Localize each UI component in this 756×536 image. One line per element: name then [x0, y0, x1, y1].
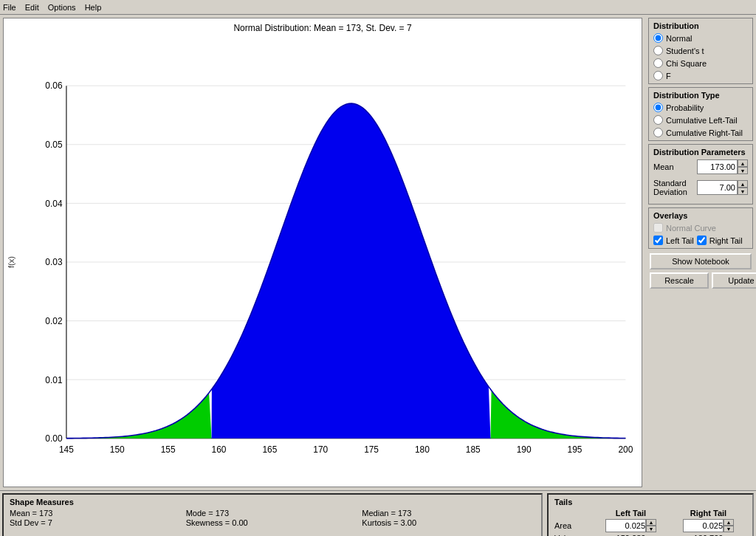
shape-measures-title: Shape Measures [10, 498, 535, 506]
chart-area: Normal Distribution: Mean = 173, St. Dev… [3, 18, 642, 487]
svg-text:185: 185 [466, 444, 481, 455]
distribution-chisquare-option[interactable]: Chi Square [653, 58, 748, 68]
mean-row: Mean ▲ ▼ [653, 159, 748, 174]
right-area-input[interactable] [683, 519, 724, 532]
svg-text:160: 160 [212, 444, 227, 455]
svg-text:0.05: 0.05 [45, 140, 63, 150]
distribution-type-section: Distribution Type Probability Cumulative… [648, 87, 753, 141]
distribution-chisquare-radio[interactable] [653, 58, 663, 68]
normal-curve-checkbox [653, 223, 663, 233]
content-wrapper: Normal Distribution: Mean = 173, St. Dev… [0, 15, 756, 536]
type-cumright-radio[interactable] [653, 128, 663, 137]
std-down-btn[interactable]: ▼ [738, 188, 748, 195]
normal-curve-option[interactable]: Normal Curve [653, 223, 748, 233]
mode-value: Mode = 173 [186, 509, 360, 518]
tails-panel: Tails Left Tail Right Tail Area ▲ ▼ [547, 493, 754, 536]
mean-up-btn[interactable]: ▲ [738, 159, 748, 167]
distribution-normal-radio[interactable] [653, 33, 663, 43]
kurtosis-value: Kurtosis = 3.00 [362, 518, 535, 527]
std-up-btn[interactable]: ▲ [738, 180, 748, 188]
left-area-down[interactable]: ▼ [646, 526, 656, 532]
menubar: File Edit Options Help [0, 0, 756, 15]
menu-help[interactable]: Help [85, 3, 102, 12]
distribution-f-option[interactable]: F [653, 71, 748, 80]
mean-input[interactable] [697, 159, 738, 174]
overlays-section: Overlays Normal Curve Left Tail Right Ta… [648, 207, 753, 249]
shape-measures-panel: Shape Measures Mean = 173 Mode = 173 Med… [2, 493, 543, 536]
mean-label: Mean [653, 162, 674, 171]
mean-value: Mean = 173 [10, 509, 183, 518]
stddev-value: Std Dev = 7 [10, 518, 183, 527]
right-tail-checkbox[interactable] [697, 236, 707, 245]
svg-text:190: 190 [517, 444, 532, 455]
right-panel: Distribution Normal Student's t Chi Squa… [645, 15, 756, 490]
type-cumleft-label: Cumulative Left-Tail [666, 116, 738, 125]
tails-grid: Left Tail Right Tail Area ▲ ▼ ▲ ▼ [554, 509, 746, 536]
action-buttons: Show Notebook Rescale Update [648, 252, 753, 290]
mean-spinner: ▲ ▼ [738, 159, 748, 174]
y-axis-label: f(x) [4, 38, 18, 487]
type-cumright-option[interactable]: Cumulative Right-Tail [653, 128, 748, 137]
left-area-up[interactable]: ▲ [646, 519, 656, 526]
svg-text:195: 195 [568, 444, 583, 455]
right-tail-option[interactable]: Right Tail [697, 236, 743, 245]
menu-edit[interactable]: Edit [25, 3, 39, 12]
mean-input-group: ▲ ▼ [697, 159, 748, 174]
std-input-group: ▲ ▼ [697, 180, 748, 195]
type-probability-radio[interactable] [653, 103, 663, 112]
chart-wrapper: f(x) 0.000.010.020.030.040.050.061451501… [4, 38, 642, 487]
svg-text:0.04: 0.04 [45, 199, 63, 209]
rescale-button[interactable]: Rescale [650, 272, 709, 289]
distribution-studentt-label: Student's t [666, 47, 704, 55]
svg-text:155: 155 [161, 444, 176, 455]
chart-and-right: Normal Distribution: Mean = 173, St. Dev… [0, 15, 756, 490]
distribution-f-label: F [666, 72, 671, 80]
area-label: Area [554, 521, 591, 530]
distribution-params-title: Distribution Parameters [653, 148, 748, 157]
type-probability-option[interactable]: Probability [653, 103, 748, 112]
menu-file[interactable]: File [3, 3, 16, 12]
left-area-group: ▲ ▼ [593, 519, 669, 532]
type-probability-label: Probability [666, 103, 704, 112]
svg-text:175: 175 [364, 444, 379, 455]
type-cumleft-option[interactable]: Cumulative Left-Tail [653, 115, 748, 125]
distribution-normal-option[interactable]: Normal [653, 33, 748, 43]
svg-text:0.03: 0.03 [45, 257, 63, 267]
std-label: Standard Deviation [653, 179, 697, 196]
svg-text:200: 200 [618, 444, 633, 455]
right-area-spinner: ▲ ▼ [724, 519, 734, 532]
show-notebook-button[interactable]: Show Notebook [650, 253, 752, 269]
type-cumright-label: Cumulative Right-Tail [666, 128, 743, 137]
distribution-studentt-option[interactable]: Student's t [653, 46, 748, 55]
left-tail-header: Left Tail [593, 509, 669, 518]
distribution-f-radio[interactable] [653, 71, 663, 80]
svg-text:0.00: 0.00 [45, 433, 63, 444]
normal-curve-label: Normal Curve [666, 224, 716, 233]
right-area-up[interactable]: ▲ [724, 519, 734, 526]
svg-text:0.06: 0.06 [45, 80, 63, 91]
std-input[interactable] [697, 180, 738, 195]
update-button[interactable]: Update [712, 272, 756, 289]
distribution-normal-label: Normal [666, 34, 692, 43]
left-tail-label: Left Tail [666, 236, 694, 245]
type-cumleft-radio[interactable] [653, 115, 663, 125]
std-spinner: ▲ ▼ [738, 180, 748, 195]
distribution-studentt-radio[interactable] [653, 46, 663, 55]
right-tail-header: Right Tail [670, 509, 746, 518]
chart-svg-container: 0.000.010.020.030.040.050.06145150155160… [18, 38, 642, 487]
distribution-radio-group: Normal Student's t Chi Square F [653, 33, 748, 80]
left-tail-option[interactable]: Left Tail [653, 236, 694, 245]
menu-options[interactable]: Options [48, 3, 76, 12]
right-area-down[interactable]: ▼ [724, 526, 734, 532]
left-area-input[interactable] [605, 519, 646, 532]
median-value: Median = 173 [362, 509, 535, 518]
right-tail-label: Right Tail [709, 236, 743, 245]
right-area-group: ▲ ▼ [670, 519, 746, 532]
distribution-title: Distribution [653, 21, 748, 30]
mean-down-btn[interactable]: ▼ [738, 167, 748, 174]
svg-text:0.01: 0.01 [45, 375, 63, 385]
skewness-value: Skewness = 0.00 [186, 518, 360, 527]
left-tail-checkbox[interactable] [653, 236, 663, 245]
shape-measures-grid: Mean = 173 Mode = 173 Median = 173 Std D… [10, 509, 535, 527]
overlays-title: Overlays [653, 211, 748, 220]
